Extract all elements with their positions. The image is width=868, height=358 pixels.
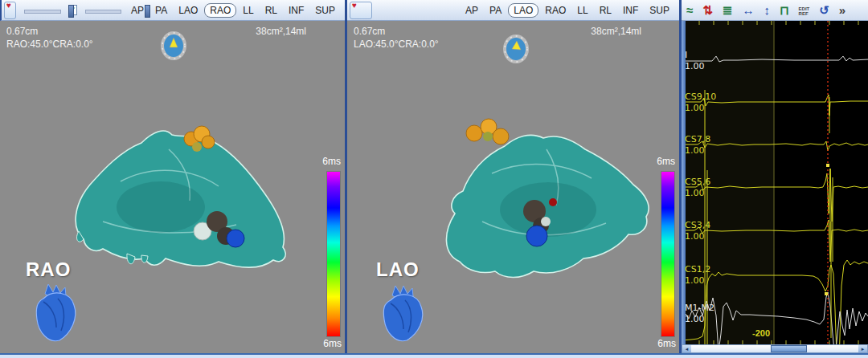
amplitude-caliper-icon[interactable]: ↕: [764, 1, 770, 20]
orientation-button-sup[interactable]: SUP: [310, 4, 340, 17]
slider-track: [85, 10, 122, 14]
trace-label[interactable]: CS3,4: [685, 220, 710, 230]
trace-gain: 1.00: [685, 145, 705, 156]
loop-icon[interactable]: ↺: [819, 1, 829, 20]
mapping-workstation: { "rao_panel": { "orientation": {"button…: [0, 0, 868, 358]
rotation-slider[interactable]: [24, 5, 61, 16]
reference-heart-icon[interactable]: [371, 283, 444, 347]
signal-horizontal-scrollbar[interactable]: ◂ ▸: [682, 344, 868, 353]
surface-shadow: [117, 181, 205, 233]
caliper-vertical-icon[interactable]: ⇅: [702, 1, 713, 20]
rao-toolbar: ♥ ✓ APPALAORAOLLRLINFSUP: [0, 0, 345, 21]
catheter-electrode-olive: [192, 142, 202, 152]
pulse-icon[interactable]: ⊓: [780, 1, 789, 20]
overflow-icon[interactable]: »: [839, 1, 845, 20]
time-axis-label: -200: [752, 328, 770, 338]
orientation-buttons: APPALAORAOLLRLINFSUP: [126, 3, 345, 18]
orientation-button-pa[interactable]: PA: [485, 4, 506, 17]
trace-label[interactable]: CS1,2: [685, 264, 710, 275]
orientation-button-lao[interactable]: LAO: [174, 4, 203, 17]
view-label: LAO: [376, 258, 420, 281]
rao-viewport[interactable]: 0.67cm RAO:45.0°CRA:0.0° 38cm²,14ml RAO …: [0, 21, 345, 353]
status-bar: [0, 353, 868, 358]
waveform-icon[interactable]: ≈: [686, 1, 693, 20]
trace-gain: 1.00: [685, 231, 705, 242]
trace-gain: 1.00: [685, 61, 705, 71]
catheter-electrode-blue: [526, 226, 547, 246]
trace-gain: 1.00: [685, 103, 705, 113]
lat-colorbar: [661, 171, 675, 337]
trace-label[interactable]: CS5,6: [685, 177, 710, 187]
view-label: RAO: [26, 258, 71, 281]
trace-label[interactable]: CS9,10: [685, 92, 716, 102]
heart-view-button[interactable]: ♥: [350, 2, 372, 19]
orientation-button-sup[interactable]: SUP: [645, 4, 674, 17]
scroll-right-icon[interactable]: ▸: [858, 345, 867, 352]
slider-handle[interactable]: [145, 5, 150, 18]
edit-ref-icon[interactable]: EDITREF: [799, 6, 810, 16]
colorbar-min-label: 6ms: [657, 338, 676, 349]
trace-gain: 1.00: [685, 314, 705, 324]
lesion-marker-red: [549, 198, 557, 206]
orientation-button-inf[interactable]: INF: [618, 4, 643, 17]
catheter-tip-white: [541, 217, 551, 226]
scroll-left-icon[interactable]: ◂: [682, 345, 691, 352]
orientation-button-lao[interactable]: LAO: [508, 3, 538, 18]
orientation-button-ap[interactable]: AP: [461, 4, 483, 17]
scrollbar-thumb[interactable]: [771, 345, 807, 352]
orientation-button-ll[interactable]: LL: [238, 4, 258, 17]
trace-label[interactable]: I: [685, 50, 687, 60]
orientation-button-inf[interactable]: INF: [284, 4, 309, 17]
signal-toolbar: ≈⇅≣↔↕⊓EDITREF↺»: [682, 0, 868, 21]
lat-colorbar: [326, 171, 341, 337]
orientation-button-ll[interactable]: LL: [572, 4, 592, 17]
trace-label[interactable]: CS7,8: [685, 134, 710, 144]
colorbar-max-label: 6ms: [322, 156, 341, 167]
zoom-slider[interactable]: [85, 5, 122, 16]
orientation-button-rl[interactable]: RL: [595, 4, 616, 17]
catheter-electrode-orange: [466, 125, 482, 141]
orientation-buttons: APPALAORAOLLRLINFSUP: [461, 3, 679, 18]
time-caliper-icon[interactable]: ↔: [742, 1, 754, 20]
colorbar-min-label: 6ms: [323, 338, 342, 349]
trace-label[interactable]: M1-M2: [685, 303, 714, 313]
catheter-electrode-orange: [493, 128, 509, 144]
orientation-button-rao[interactable]: RAO: [540, 4, 571, 17]
lao-viewport[interactable]: 0.67cm LAO:45.0°CRA:0.0° 38cm²,14ml LAO …: [347, 21, 679, 353]
orientation-button-rl[interactable]: RL: [260, 4, 282, 17]
catheter-electrode-olive: [483, 132, 493, 141]
slider-track: [24, 10, 61, 14]
egm-signal-area[interactable]: -200 I1.00CS9,101.00CS7,81.00CS5,61.00CS…: [682, 21, 868, 346]
catheter-electrode-blue: [227, 230, 244, 247]
catheter-electrode-orange: [202, 136, 215, 148]
trace-gain: 1.00: [685, 188, 705, 198]
slider-handle[interactable]: [68, 5, 74, 18]
annotation-marker: [825, 292, 828, 295]
heart-icon: ♥: [352, 1, 357, 10]
trace-list-icon[interactable]: ≣: [723, 1, 733, 20]
annotation-marker: [826, 164, 829, 167]
lao-toolbar: ♥ APPALAORAOLLRLINFSUP: [347, 0, 679, 21]
reference-heart-icon[interactable]: [21, 283, 93, 347]
trace-gain: 1.00: [685, 275, 705, 286]
colorbar-max-label: 6ms: [657, 156, 675, 167]
heart-icon: ♥: [6, 1, 11, 10]
orientation-button-rao[interactable]: RAO: [204, 3, 236, 18]
orientation-button-pa[interactable]: PA: [150, 4, 172, 17]
heart-view-button[interactable]: ♥: [4, 2, 16, 19]
